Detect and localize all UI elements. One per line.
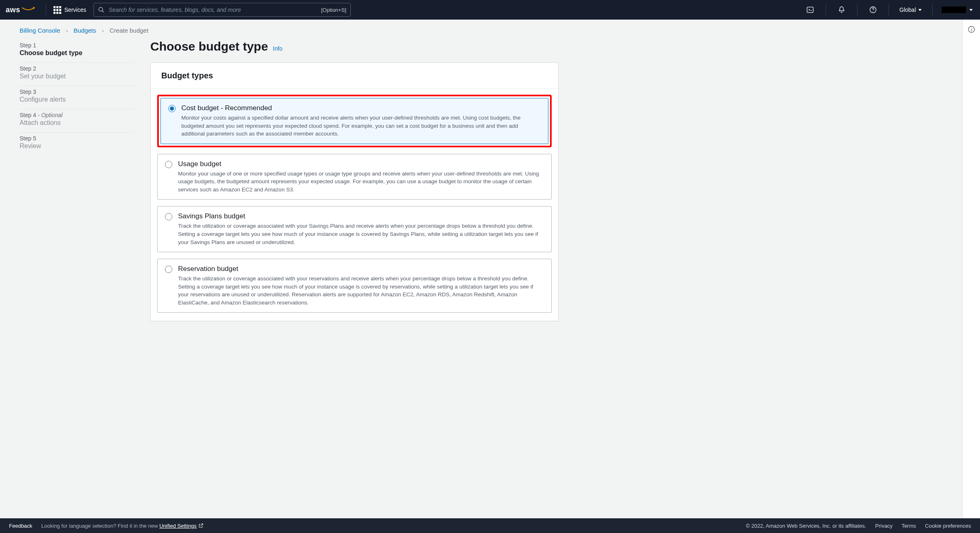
option-description: Track the utilization or coverage associ… — [178, 222, 544, 246]
step-label: Step 3 — [20, 89, 134, 95]
chevron-right-icon: › — [66, 27, 68, 34]
notifications-icon[interactable] — [833, 6, 850, 14]
step-1: Step 1Choose budget type — [20, 40, 134, 63]
search-bar[interactable]: [Option+S] — [94, 3, 351, 17]
svg-point-4 — [873, 11, 873, 12]
footer-lang-msg: Looking for language selection? Find it … — [41, 523, 204, 529]
option-description: Monitor your usage of one or more specif… — [178, 170, 544, 194]
breadcrumb-budgets[interactable]: Budgets — [74, 27, 96, 34]
step-title: Configure alerts — [20, 96, 134, 103]
svg-point-6 — [971, 28, 971, 28]
external-link-icon — [198, 523, 204, 529]
svg-point-0 — [99, 7, 102, 11]
terms-link[interactable]: Terms — [902, 523, 916, 529]
info-icon — [967, 25, 976, 33]
step-label: Step 5 — [20, 135, 134, 142]
region-selector[interactable]: Global — [896, 7, 925, 13]
highlight-annotation: Cost budget - RecommendedMonitor your co… — [157, 95, 552, 147]
breadcrumb-current: Create budget — [109, 27, 148, 34]
unified-settings-link[interactable]: Unified Settings — [159, 523, 204, 529]
top-nav: aws Services [Option+S] Global — [0, 0, 980, 20]
aws-smile-icon — [21, 8, 35, 11]
radio-icon — [165, 213, 172, 220]
budget-type-option-1[interactable]: Usage budgetMonitor your usage of one or… — [157, 154, 552, 200]
step-title: Review — [20, 142, 134, 150]
aws-logo-text: aws — [6, 6, 20, 14]
chevron-down-icon — [969, 9, 973, 11]
nav-separator — [826, 4, 826, 16]
nav-separator — [889, 4, 889, 16]
option-description: Monitor your costs against a specified d… — [181, 114, 541, 138]
option-title: Usage budget — [178, 160, 544, 168]
help-icon[interactable] — [865, 6, 881, 14]
cloudshell-icon[interactable] — [802, 6, 818, 14]
panel-header: Budget types — [151, 63, 558, 89]
option-title: Cost budget - Recommended — [181, 104, 541, 112]
step-label: Step 1 — [20, 42, 134, 49]
aws-logo[interactable]: aws — [6, 6, 35, 14]
footer-copyright: © 2022, Amazon Web Services, Inc. or its… — [746, 523, 866, 529]
account-name-redacted — [942, 7, 966, 13]
privacy-link[interactable]: Privacy — [875, 523, 893, 529]
step-3[interactable]: Step 3Configure alerts — [20, 86, 134, 109]
step-title: Set your budget — [20, 73, 134, 80]
option-title: Savings Plans budget — [178, 212, 544, 220]
nav-separator — [46, 4, 46, 16]
services-menu[interactable]: Services — [53, 6, 87, 14]
option-description: Track the utilization or coverage associ… — [178, 275, 544, 306]
step-label: Step 2 — [20, 65, 134, 72]
radio-icon — [165, 161, 172, 168]
grid-icon — [53, 6, 61, 14]
info-drawer-toggle[interactable] — [962, 20, 980, 518]
steps-sidebar: Step 1Choose budget typeStep 2Set your b… — [20, 40, 134, 321]
footer: Feedback Looking for language selection?… — [0, 518, 980, 533]
search-input[interactable] — [109, 7, 317, 13]
search-icon — [98, 7, 105, 13]
page-title: Choose budget type — [150, 40, 268, 53]
budget-types-panel: Budget types Cost budget - RecommendedMo… — [150, 62, 559, 321]
chevron-down-icon — [918, 9, 922, 11]
budget-type-option-2[interactable]: Savings Plans budgetTrack the utilizatio… — [157, 206, 552, 252]
feedback-link[interactable]: Feedback — [9, 523, 32, 529]
budget-type-option-0[interactable]: Cost budget - RecommendedMonitor your co… — [160, 98, 548, 144]
breadcrumb-billing[interactable]: Billing Console — [20, 27, 60, 34]
step-5[interactable]: Step 5Review — [20, 133, 134, 155]
breadcrumb: Billing Console › Budgets › Create budge… — [20, 27, 962, 34]
step-title: Attach actions — [20, 119, 134, 127]
budget-type-option-3[interactable]: Reservation budgetTrack the utilization … — [157, 259, 552, 313]
info-link[interactable]: Info — [273, 45, 282, 52]
nav-separator — [857, 4, 858, 16]
cookies-link[interactable]: Cookie preferences — [925, 523, 971, 529]
nav-separator — [932, 4, 933, 16]
step-2[interactable]: Step 2Set your budget — [20, 63, 134, 86]
step-title: Choose budget type — [20, 49, 134, 57]
chevron-right-icon: › — [102, 27, 104, 34]
region-label: Global — [900, 7, 916, 13]
step-4[interactable]: Step 4 - OptionalAttach actions — [20, 109, 134, 133]
step-label: Step 4 - Optional — [20, 112, 134, 118]
svg-line-1 — [102, 11, 104, 12]
option-title: Reservation budget — [178, 265, 544, 273]
search-shortcut: [Option+S] — [321, 7, 346, 13]
radio-icon — [168, 105, 176, 112]
services-label: Services — [65, 7, 87, 13]
radio-icon — [165, 266, 172, 273]
account-menu[interactable] — [940, 7, 974, 13]
